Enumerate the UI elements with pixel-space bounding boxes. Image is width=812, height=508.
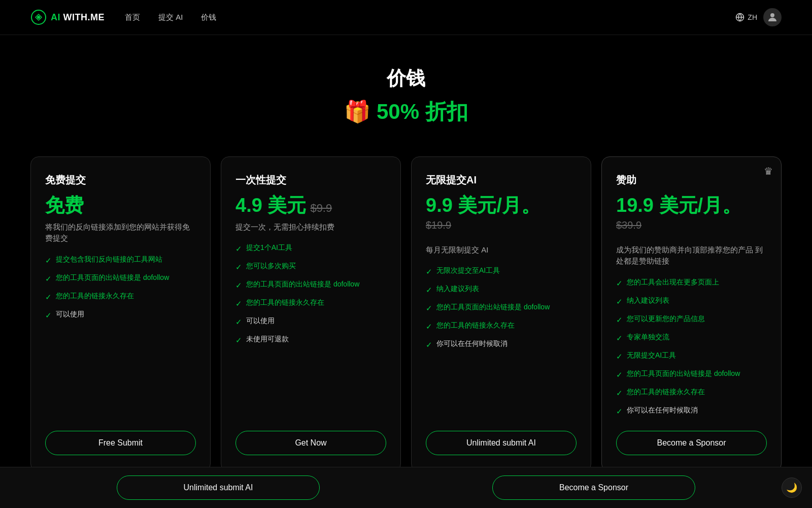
logo-text: AI WITH.ME <box>51 12 105 23</box>
nav-home[interactable]: 首页 <box>125 13 140 22</box>
plan-free: 免费提交 免费 将我们的反向链接添加到您的网站并获得免费提交 ✓ 提交包含我们反… <box>30 156 211 472</box>
feature-text: 提交1个AI工具 <box>246 243 292 253</box>
list-item: ✓ 可以使用 <box>235 316 386 327</box>
nav-submit[interactable]: 提交 AI <box>158 13 183 22</box>
check-icon: ✓ <box>616 296 623 307</box>
list-item: ✓ 您的工具会出现在更多页面上 <box>616 277 767 289</box>
list-item: ✓ 可以使用 <box>45 309 196 321</box>
check-icon: ✓ <box>45 310 52 321</box>
crown-icon: ♛ <box>764 165 773 177</box>
plan-unlimited-original: $19.9 <box>426 219 577 231</box>
check-icon: ✓ <box>616 314 623 325</box>
check-icon: ✓ <box>45 255 52 266</box>
plan-free-name: 免费提交 <box>45 173 196 187</box>
navbar: AI WITH.ME 首页 提交 AI 价钱 ZH <box>0 0 812 35</box>
feature-text: 无限次提交至AI工具 <box>436 266 500 276</box>
get-now-button[interactable]: Get Now <box>235 431 386 455</box>
check-icon: ✓ <box>235 298 242 309</box>
feature-text: 您可以多次购买 <box>246 261 296 271</box>
plan-sponsor-features: ✓ 您的工具会出现在更多页面上 ✓ 纳入建议列表 ✓ 您可以更新您的产品信息 ✓… <box>616 277 767 417</box>
feature-text: 专家单独交流 <box>627 332 669 342</box>
plan-unlimited-sub: 每月无限制提交 AI <box>426 244 577 256</box>
list-item: ✓ 您的工具的链接永久存在 <box>616 387 767 398</box>
check-icon: ✓ <box>235 243 242 254</box>
check-icon: ✓ <box>616 369 623 380</box>
list-item: ✓ 提交1个AI工具 <box>235 243 386 254</box>
list-item: ✓ 纳入建议列表 <box>616 296 767 307</box>
discount-badge: 🎁 50% 折扣 <box>10 98 802 126</box>
language-button[interactable]: ZH <box>735 13 757 22</box>
bottom-unlimited-button[interactable]: Unlimited submit AI <box>117 475 320 500</box>
plan-one-time-features: ✓ 提交1个AI工具 ✓ 您可以多次购买 ✓ 您的工具页面的出站链接是 dofo… <box>235 243 386 417</box>
avatar[interactable] <box>763 8 782 26</box>
free-submit-button[interactable]: Free Submit <box>45 431 196 455</box>
list-item: ✓ 无限提交AI工具 <box>616 351 767 362</box>
feature-text: 可以使用 <box>246 316 275 326</box>
bottom-sponsor-button[interactable]: Become a Sponsor <box>492 475 695 500</box>
plan-free-price: 免费 <box>45 195 196 216</box>
sponsor-button[interactable]: Become a Sponsor <box>616 431 767 455</box>
check-icon: ✓ <box>45 273 52 284</box>
hero-section: 价钱 🎁 50% 折扣 <box>0 35 812 146</box>
nav-links: 首页 提交 AI 价钱 <box>125 13 735 22</box>
list-item: ✓ 您的工具页面的出站链接是 dofollow <box>45 273 196 284</box>
check-icon: ✓ <box>616 278 623 289</box>
check-icon: ✓ <box>426 303 432 313</box>
lang-label: ZH <box>748 13 757 21</box>
nav-right: ZH <box>735 8 782 26</box>
list-item: ✓ 您的工具页面的出站链接是 dofollow <box>426 302 577 313</box>
page-title: 价钱 <box>10 66 802 91</box>
feature-text: 您的工具页面的出站链接是 dofollow <box>436 302 550 312</box>
feature-text: 提交包含我们反向链接的工具网站 <box>56 255 162 265</box>
feature-text: 你可以在任何时候取消 <box>436 339 507 349</box>
plan-unlimited-features: ✓ 无限次提交至AI工具 ✓ 纳入建议列表 ✓ 您的工具页面的出站链接是 dof… <box>426 266 577 417</box>
feature-text: 你可以在任何时候取消 <box>627 405 698 416</box>
check-icon: ✓ <box>235 262 242 272</box>
feature-text: 您可以更新您的产品信息 <box>627 314 705 324</box>
svg-point-3 <box>770 13 774 17</box>
list-item: ✓ 纳入建议列表 <box>426 284 577 295</box>
list-item: ✓ 您的工具的链接永久存在 <box>426 321 577 332</box>
unlimited-submit-button[interactable]: Unlimited submit AI <box>426 431 577 455</box>
plan-sponsor-name: 赞助 <box>616 173 767 187</box>
check-icon: ✓ <box>616 406 623 417</box>
list-item: ✓ 你可以在任何时候取消 <box>426 339 577 350</box>
list-item: ✓ 提交包含我们反向链接的工具网站 <box>45 255 196 266</box>
check-icon: ✓ <box>426 266 432 277</box>
list-item: ✓ 您的工具的链接永久存在 <box>235 298 386 309</box>
feature-text: 纳入建议列表 <box>627 296 669 306</box>
list-item: ✓ 未使用可退款 <box>235 334 386 345</box>
plan-sponsor: ♛ 赞助 19.9 美元/月。 $39.9 成为我们的赞助商并向顶部推荐您的产品… <box>601 156 782 472</box>
check-icon: ✓ <box>235 316 242 327</box>
feature-text: 可以使用 <box>56 309 84 320</box>
dark-mode-toggle[interactable]: 🌙 <box>782 478 802 498</box>
feature-text: 您的工具的链接永久存在 <box>627 387 705 397</box>
list-item: ✓ 专家单独交流 <box>616 332 767 343</box>
feature-text: 您的工具页面的出站链接是 dofollow <box>56 273 169 283</box>
plan-sponsor-price: 19.9 美元/月。 <box>616 195 767 216</box>
feature-text: 纳入建议列表 <box>436 284 479 294</box>
feature-text: 您的工具的链接永久存在 <box>56 291 134 301</box>
check-icon: ✓ <box>616 333 623 343</box>
list-item: ✓ 你可以在任何时候取消 <box>616 405 767 417</box>
plan-one-time-sub: 提交一次，无需担心持续扣费 <box>235 221 386 233</box>
feature-text: 您的工具页面的出站链接是 dofollow <box>627 369 740 379</box>
pricing-grid: 免费提交 免费 将我们的反向链接添加到您的网站并获得免费提交 ✓ 提交包含我们反… <box>0 146 812 502</box>
list-item: ✓ 您可以更新您的产品信息 <box>616 314 767 325</box>
feature-text: 未使用可退款 <box>246 334 289 344</box>
check-icon: ✓ <box>426 321 432 332</box>
logo[interactable]: AI WITH.ME <box>30 9 105 25</box>
plan-free-features: ✓ 提交包含我们反向链接的工具网站 ✓ 您的工具页面的出站链接是 dofollo… <box>45 255 196 417</box>
list-item: ✓ 无限次提交至AI工具 <box>426 266 577 277</box>
feature-text: 您的工具的链接永久存在 <box>436 321 515 331</box>
nav-pricing[interactable]: 价钱 <box>201 13 216 22</box>
check-icon: ✓ <box>45 292 52 302</box>
check-icon: ✓ <box>235 280 242 291</box>
plan-one-time-name: 一次性提交 <box>235 173 386 187</box>
plan-one-time-price: 4.9 美元$9.9 <box>235 195 386 216</box>
plan-unlimited-name: 无限提交AI <box>426 173 577 187</box>
plan-one-time: 一次性提交 4.9 美元$9.9 提交一次，无需担心持续扣费 ✓ 提交1个AI工… <box>221 156 401 472</box>
plan-sponsor-sub: 成为我们的赞助商并向顶部推荐您的产品 到处都是赞助链接 <box>616 244 767 267</box>
feature-text: 您的工具的链接永久存在 <box>246 298 324 308</box>
check-icon: ✓ <box>616 351 623 362</box>
